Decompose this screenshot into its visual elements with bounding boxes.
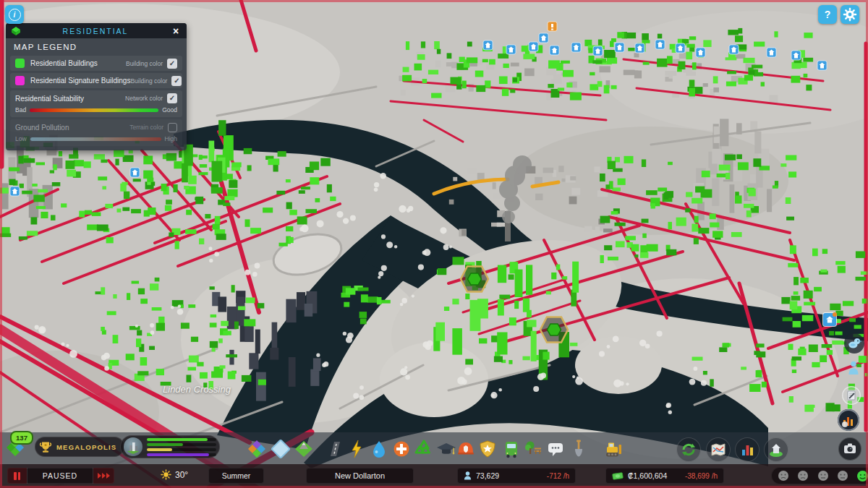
- happiness-widget[interactable]: [771, 467, 868, 484]
- building-notification-icon: [817, 61, 827, 70]
- building-notification-icon: [483, 40, 493, 50]
- zoning-demand-button[interactable]: [120, 435, 220, 458]
- building-color-checkbox[interactable]: ✓: [167, 59, 177, 69]
- money-widget[interactable]: ₡1,600,604 -38,699 /h: [605, 468, 724, 484]
- fire-rescue-tool[interactable]: [455, 438, 477, 460]
- network-color-checkbox[interactable]: ✓: [167, 93, 177, 103]
- bulldozer-icon: [603, 438, 624, 460]
- building-color-checkbox[interactable]: ✓: [171, 76, 182, 86]
- map-legend-heading: MAP LEGEND: [6, 38, 187, 53]
- water-sewage-tool[interactable]: [368, 438, 390, 460]
- settings-button[interactable]: [841, 5, 859, 24]
- game-screen: { "ui_icons": { "info": "i", "help": "?"…: [0, 0, 868, 488]
- legend-row-ground-pollution: Ground Pollution Terrain color Low High: [10, 119, 182, 146]
- medical-cross-icon: [391, 438, 412, 460]
- citizen-marker[interactable]: [848, 361, 859, 378]
- pause-button[interactable]: [7, 468, 27, 484]
- weather-widget[interactable]: 30°: [161, 469, 188, 480]
- simulation-speed-control: PAUSED: [7, 468, 114, 484]
- milestone-button[interactable]: MEGALOPOLIS: [35, 437, 124, 457]
- building-notification-icon: [529, 42, 538, 51]
- happy-face-icon: [856, 470, 868, 482]
- lightning-icon: [346, 438, 367, 460]
- roads-tool[interactable]: [324, 438, 346, 460]
- help-button[interactable]: ?: [818, 5, 837, 24]
- milestone-name: MEGALOPOLIS: [56, 443, 116, 451]
- areas-tool[interactable]: [270, 438, 292, 460]
- status-bar: [0, 464, 868, 488]
- residential-zone-icon: [11, 26, 21, 36]
- chirper-button[interactable]: [844, 333, 864, 354]
- panel-title: RESIDENTIAL: [21, 27, 170, 35]
- trophy-icon: [39, 440, 52, 453]
- close-icon[interactable]: ×: [170, 25, 182, 37]
- building-levelup-marker[interactable]: [539, 314, 569, 345]
- pollution-gradient: [30, 137, 161, 141]
- pause-status-label: PAUSED: [27, 468, 93, 484]
- health-deathcare-tool[interactable]: [391, 438, 412, 460]
- building-notification-icon: [655, 40, 665, 49]
- building-levelup-marker[interactable]: [459, 264, 490, 294]
- parks-recreation-tool[interactable]: [522, 438, 544, 460]
- education-tool[interactable]: [435, 438, 457, 460]
- statistics-button[interactable]: [735, 437, 760, 462]
- fire-helmet-icon: [455, 438, 477, 460]
- demand-bar-4: [147, 453, 209, 456]
- zones-icon: [246, 438, 268, 460]
- home-notification-marker[interactable]: [823, 313, 836, 326]
- sad-face-icon: [778, 470, 789, 481]
- season-indicator[interactable]: Summer: [208, 468, 264, 484]
- person-icon: [848, 361, 859, 375]
- building-notification-icon: [550, 46, 559, 55]
- panel-header: RESIDENTIAL ×: [6, 23, 187, 38]
- bus-icon: [501, 438, 522, 460]
- info-icon: i: [9, 9, 21, 21]
- police-tool[interactable]: [477, 438, 498, 460]
- progression-button[interactable]: [764, 437, 788, 462]
- building-notification-icon: [635, 43, 644, 53]
- building-notification-icon: [130, 168, 140, 177]
- garbage-tool[interactable]: [413, 438, 435, 460]
- demand-bar-3: [147, 448, 172, 451]
- pause-icon: [14, 472, 17, 480]
- transportation-tool[interactable]: [501, 438, 522, 460]
- building-notification-icon: [729, 45, 739, 54]
- terraforming-tool[interactable]: [568, 438, 590, 460]
- journal-notification[interactable]: [842, 386, 861, 405]
- city-name-button[interactable]: New Dollarton: [306, 468, 414, 484]
- building-notification-icon: [539, 33, 548, 43]
- population-rate: -712 /h: [547, 472, 569, 480]
- communications-tool[interactable]: [545, 438, 566, 460]
- city-chart-icon: [838, 410, 859, 430]
- fast-forward-button[interactable]: [93, 468, 114, 484]
- landscaping-tool[interactable]: [293, 438, 315, 460]
- fast-forward-icon: [98, 473, 101, 479]
- suitability-gradient: [30, 108, 158, 112]
- building-notification-icon: [615, 43, 624, 52]
- milestone-level-badge[interactable]: 137: [10, 431, 33, 445]
- building-notification-icon: [10, 187, 20, 196]
- tree-bench-icon: [522, 438, 544, 460]
- house-hill-icon: [767, 441, 785, 458]
- info-views-button[interactable]: i: [5, 5, 24, 24]
- terrain-color-checkbox[interactable]: [168, 123, 177, 132]
- shovel-icon: [568, 438, 590, 460]
- economy-button[interactable]: [676, 437, 701, 462]
- building-notification-icon: [506, 45, 516, 54]
- house-icon: [825, 315, 834, 324]
- photo-mode-button[interactable]: [838, 437, 861, 461]
- landscaping-icon: [293, 438, 315, 460]
- demand-bar-1: [147, 438, 208, 441]
- economy-cycle-icon: [680, 441, 697, 458]
- road-icon: [324, 438, 346, 460]
- electricity-tool[interactable]: [346, 438, 367, 460]
- police-shield-icon: [477, 438, 498, 460]
- bulldozer-tool[interactable]: [603, 438, 624, 460]
- color-swatch: [15, 76, 25, 85]
- building-notification-icon: [696, 48, 705, 57]
- city-event-notification[interactable]: [838, 409, 859, 431]
- population-widget[interactable]: 73,629 -712 /h: [457, 468, 576, 484]
- money-value: ₡1,600,604: [628, 471, 667, 480]
- city-journal-button[interactable]: [706, 437, 731, 462]
- zones-tool[interactable]: [246, 438, 268, 460]
